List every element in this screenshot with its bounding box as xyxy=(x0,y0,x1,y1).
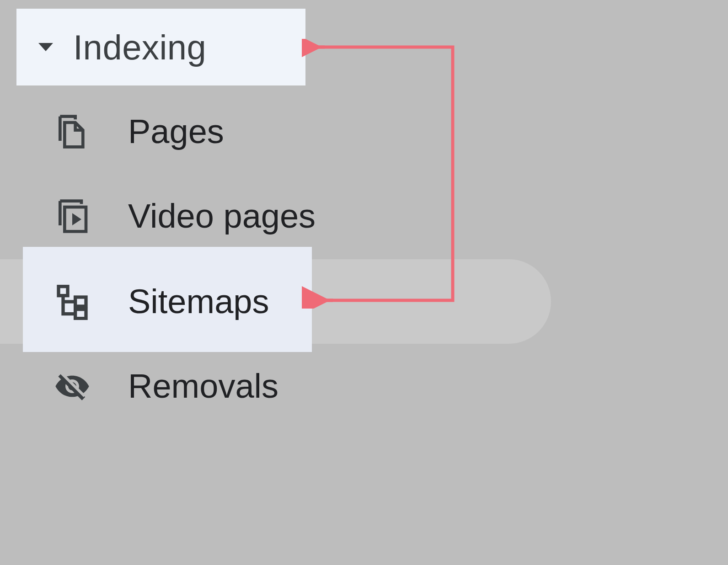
sidebar-item-label: Video pages xyxy=(128,197,316,235)
svg-rect-1 xyxy=(59,286,68,295)
section-header-indexing[interactable]: Indexing xyxy=(16,9,305,85)
sidebar-item-sitemaps[interactable]: Sitemaps xyxy=(0,259,551,344)
section-title: Indexing xyxy=(73,27,206,67)
sidebar-item-label: Removals xyxy=(128,367,278,405)
video-pages-icon xyxy=(54,198,91,235)
sidebar: Indexing Pages Video pages xyxy=(0,0,728,565)
sidebar-item-removals[interactable]: Removals xyxy=(0,344,728,428)
sidebar-item-label: Sitemaps xyxy=(128,282,269,321)
sidebar-item-video-pages[interactable]: Video pages xyxy=(0,174,728,258)
pages-icon xyxy=(54,113,91,150)
sidebar-item-pages[interactable]: Pages xyxy=(0,89,728,174)
svg-rect-2 xyxy=(75,297,86,306)
sitemaps-icon xyxy=(54,283,91,320)
removals-icon xyxy=(54,368,91,405)
svg-rect-3 xyxy=(75,309,86,318)
chevron-down-icon xyxy=(38,43,53,51)
sidebar-item-label: Pages xyxy=(128,112,224,151)
